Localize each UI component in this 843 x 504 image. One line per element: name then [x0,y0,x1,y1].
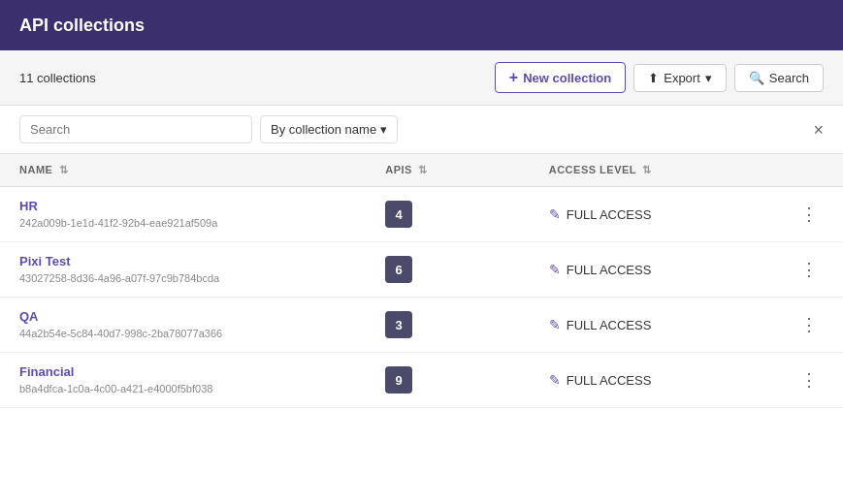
api-badge: 9 [385,366,412,394]
collection-id: b8a4dfca-1c0a-4c00-a421-e4000f5bf038 [19,383,212,394]
cell-apis: 3 [366,298,530,353]
col-header-apis: APIS ⇅ [366,154,530,187]
collection-name-link[interactable]: HR [19,199,346,213]
row-more-button[interactable]: ⋮ [794,259,824,280]
collections-table: NAME ⇅ APIS ⇅ ACCESS LEVEL ⇅ HR 242a009b… [0,154,843,408]
access-icon: ✎ [549,317,561,332]
cell-name: Pixi Test 43027258-8d36-4a96-a07f-97c9b7… [0,242,366,298]
search-label: Search [769,71,809,85]
search-input[interactable] [19,115,252,143]
access-label: FULL ACCESS [567,318,652,332]
api-badge: 4 [385,201,412,228]
col-header-actions [775,154,843,187]
search-icon: 🔍 [749,71,764,85]
access-icon: ✎ [549,372,561,388]
new-collection-button[interactable]: + New collection [495,62,626,93]
cell-actions: ⋮ [775,298,843,353]
row-more-button[interactable]: ⋮ [794,204,824,225]
table-body: HR 242a009b-1e1d-41f2-92b4-eae921af509a … [0,187,843,408]
access-level: ✎ FULL ACCESS [549,372,756,388]
api-badge: 6 [385,256,412,283]
collection-id: 242a009b-1e1d-41f2-92b4-eae921af509a [19,217,217,229]
access-icon: ✎ [549,206,561,222]
row-more-button[interactable]: ⋮ [794,314,824,335]
filter-dropdown[interactable]: By collection name ▾ [260,115,398,143]
row-more-button[interactable]: ⋮ [794,369,824,391]
collection-name-link[interactable]: Pixi Test [19,254,346,268]
col-header-access: ACCESS LEVEL ⇅ [530,154,775,187]
filter-chevron-icon: ▾ [380,122,387,137]
table-row: QA 44a2b54e-5c84-40d7-998c-2ba78077a366 … [0,298,843,353]
new-collection-label: New collection [523,71,611,85]
toolbar-actions: + New collection ⬆ Export ▾ 🔍 Search [495,62,824,93]
sort-icon-apis: ⇅ [418,164,428,175]
access-level: ✎ FULL ACCESS [549,262,756,277]
cell-actions: ⋮ [775,353,843,408]
content-area: 11 collections + New collection ⬆ Export… [0,50,843,504]
access-label: FULL ACCESS [567,263,652,277]
table-header: NAME ⇅ APIS ⇅ ACCESS LEVEL ⇅ [0,154,843,187]
export-chevron-icon: ▾ [705,71,712,85]
col-header-name: NAME ⇅ [0,154,366,187]
table-row: Financial b8a4dfca-1c0a-4c00-a421-e4000f… [0,353,843,408]
cell-name: HR 242a009b-1e1d-41f2-92b4-eae921af509a [0,187,366,242]
search-button[interactable]: 🔍 Search [734,64,824,92]
cell-access: ✎ FULL ACCESS [530,298,775,353]
access-icon: ✎ [549,262,561,277]
search-bar-area: By collection name ▾ × [0,106,843,154]
table-row: Pixi Test 43027258-8d36-4a96-a07f-97c9b7… [0,242,843,298]
cell-actions: ⋮ [775,187,843,242]
cell-apis: 6 [366,242,530,298]
collections-count: 11 collections [19,71,96,85]
toolbar: 11 collections + New collection ⬆ Export… [0,50,843,106]
export-label: Export [664,71,700,85]
cell-name: Financial b8a4dfca-1c0a-4c00-a421-e4000f… [0,353,366,408]
collection-name-link[interactable]: Financial [19,364,346,379]
cell-access: ✎ FULL ACCESS [530,187,775,242]
export-button[interactable]: ⬆ Export ▾ [633,64,727,92]
export-icon: ⬆ [648,71,659,85]
sort-icon-name: ⇅ [59,164,69,175]
page-title: API collections [19,16,145,36]
cell-apis: 9 [366,353,530,408]
sort-icon-access: ⇅ [642,164,652,175]
api-badge: 3 [385,311,412,338]
filter-label: By collection name [271,122,376,137]
cell-name: QA 44a2b54e-5c84-40d7-998c-2ba78077a366 [0,298,366,353]
close-search-button[interactable]: × [813,121,824,139]
cell-access: ✎ FULL ACCESS [530,353,775,408]
access-level: ✎ FULL ACCESS [549,317,756,332]
page-header: API collections [0,0,843,50]
table-container: NAME ⇅ APIS ⇅ ACCESS LEVEL ⇅ HR 242a009b… [0,154,843,504]
access-label: FULL ACCESS [567,207,652,222]
collection-id: 44a2b54e-5c84-40d7-998c-2ba78077a366 [19,328,222,339]
access-level: ✎ FULL ACCESS [549,206,756,222]
collection-id: 43027258-8d36-4a96-a07f-97c9b784bcda [19,272,219,284]
cell-apis: 4 [366,187,530,242]
cell-actions: ⋮ [775,242,843,298]
access-label: FULL ACCESS [567,373,652,388]
plus-icon: + [509,69,518,86]
cell-access: ✎ FULL ACCESS [530,242,775,298]
table-row: HR 242a009b-1e1d-41f2-92b4-eae921af509a … [0,187,843,242]
collection-name-link[interactable]: QA [19,309,346,324]
